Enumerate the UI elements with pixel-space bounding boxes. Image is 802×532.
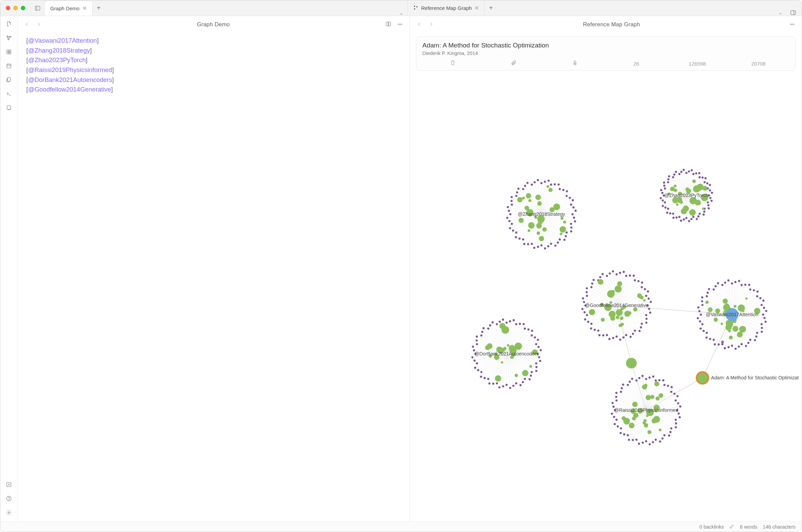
svg-point-149 (566, 190, 568, 192)
svg-rect-10 (7, 50, 9, 52)
graph-canvas[interactable]: @Zhang2018Strategy@Zhao2023PyTorch@Goodf… (413, 73, 799, 521)
svg-point-49 (570, 223, 572, 225)
new-tab-button-left[interactable]: + (93, 0, 105, 16)
citekey[interactable]: @Goodfellow2014Generative (28, 86, 111, 93)
svg-point-692 (472, 346, 474, 348)
svg-point-31 (793, 24, 794, 25)
nav-forward-button[interactable] (34, 19, 43, 29)
svg-point-121 (522, 188, 524, 190)
toggle-left-sidebar-button[interactable] (31, 0, 44, 16)
daily-notes-button[interactable] (6, 63, 12, 70)
minimize-window-button[interactable] (13, 6, 18, 10)
svg-point-776 (677, 412, 679, 415)
svg-point-767 (501, 361, 503, 364)
status-backlinks[interactable]: 0 backlinks (700, 524, 724, 530)
svg-point-535 (701, 323, 703, 325)
reference-line[interactable]: [@DorBank2021Autoencoders] (26, 75, 401, 85)
svg-point-788 (669, 431, 671, 433)
citekey[interactable]: @DorBank2021Autoencoders (28, 76, 112, 83)
svg-point-858 (635, 379, 637, 381)
new-tab-button-right[interactable]: + (485, 0, 497, 16)
canvas-button[interactable] (6, 49, 12, 56)
status-bar: 0 backlinks 6 words 148 characters (0, 521, 802, 532)
status-chars[interactable]: 148 characters (763, 524, 796, 530)
templates-button[interactable] (6, 77, 12, 84)
pane-title[interactable]: Graph Demo (45, 21, 382, 28)
svg-point-838 (611, 402, 613, 404)
settings-button[interactable] (6, 509, 12, 517)
nav-back-button[interactable] (22, 19, 32, 29)
tab-overflow-button-right[interactable]: ⌄ (774, 10, 787, 15)
reference-line[interactable]: [@Zhao2023PyTorch] (26, 55, 401, 65)
help-button[interactable] (6, 495, 12, 503)
paper-author-year: Diederik P. Kingma, 2014 (423, 51, 789, 56)
citekey[interactable]: @Zhang2018Strategy (28, 47, 90, 54)
tab-overflow-button-left[interactable]: ⌄ (395, 10, 407, 16)
svg-point-219 (685, 217, 687, 219)
svg-point-537 (699, 320, 701, 322)
svg-rect-11 (9, 50, 11, 52)
close-window-button[interactable] (6, 6, 10, 10)
svg-point-910 (651, 418, 656, 423)
more-options-button[interactable] (395, 19, 405, 29)
svg-point-621 (725, 303, 729, 307)
paper-info-card: Adam: A Method for Stochastic Optimizati… (416, 37, 796, 71)
reference-line[interactable]: [@Vaswani2017Attention] (26, 36, 401, 46)
svg-point-445 (644, 288, 646, 290)
attachment-button[interactable] (483, 60, 544, 67)
reference-line[interactable]: [@Raissi2019Physicsinformed] (26, 65, 401, 75)
svg-point-30 (792, 24, 792, 25)
vault-button[interactable] (6, 481, 12, 489)
svg-point-796 (659, 440, 661, 443)
more-options-button[interactable] (787, 19, 797, 29)
svg-point-161 (575, 210, 577, 212)
svg-point-710 (491, 321, 493, 323)
citekey[interactable]: @Vaswani2017Attention (28, 37, 97, 44)
paperclip-icon (511, 60, 517, 66)
zoom-window-button[interactable] (21, 6, 25, 10)
svg-point-379 (593, 329, 595, 331)
edit-mode-button[interactable] (729, 524, 734, 530)
citekey[interactable]: @Zhao2023PyTorch (28, 56, 86, 64)
nav-back-button[interactable] (415, 19, 424, 29)
toggle-right-sidebar-button[interactable] (788, 10, 798, 16)
status-words[interactable]: 6 words (740, 524, 757, 530)
svg-point-860 (638, 377, 640, 379)
slides-button[interactable] (6, 105, 12, 112)
svg-point-324 (680, 200, 683, 204)
svg-point-746 (539, 349, 541, 351)
citekey[interactable]: @Raissi2019Physicsinformed (28, 66, 112, 73)
svg-point-551 (701, 296, 703, 298)
svg-rect-14 (7, 64, 11, 68)
svg-rect-13 (9, 52, 11, 54)
svg-point-174 (536, 223, 541, 228)
svg-point-164 (522, 197, 525, 199)
nav-forward-button[interactable] (426, 19, 436, 29)
svg-point-620 (737, 332, 743, 337)
svg-point-583 (749, 288, 751, 290)
quick-switcher-button[interactable] (6, 21, 12, 28)
svg-point-475 (616, 316, 619, 319)
svg-point-343 (645, 318, 647, 320)
svg-point-28 (401, 24, 402, 25)
close-tab-icon[interactable]: ✕ (82, 5, 87, 12)
open-access-indicator[interactable] (544, 60, 606, 67)
copy-button[interactable] (423, 60, 484, 67)
svg-point-291 (699, 176, 701, 178)
svg-point-460 (589, 309, 595, 315)
svg-point-186 (527, 229, 530, 232)
close-tab-icon[interactable]: ✕ (474, 5, 479, 11)
svg-point-359 (625, 334, 627, 336)
command-palette-button[interactable] (6, 91, 12, 98)
svg-point-381 (590, 327, 592, 330)
tab-graph-demo[interactable]: Graph Demo ✕ (44, 1, 93, 16)
reference-line[interactable]: [@Zhang2018Strategy] (26, 46, 401, 56)
pane-title[interactable]: Reference Map Graph (438, 21, 786, 28)
graph-node-label: @Raissi2019Physicsinformed (614, 407, 678, 413)
tab-reference-map-graph[interactable]: Reference Map Graph ✕ (408, 0, 485, 16)
graph-view-button[interactable] (6, 35, 12, 42)
svg-point-802 (648, 443, 650, 445)
reading-mode-button[interactable] (384, 19, 393, 29)
svg-point-909 (644, 423, 648, 428)
reference-line[interactable]: [@Goodfellow2014Generative] (26, 85, 401, 95)
